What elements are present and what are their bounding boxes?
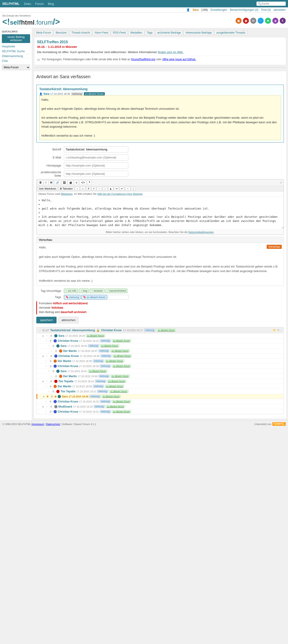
reply-badge[interactable]: zu diesem forum	[110, 349, 130, 352]
reply-user-link[interactable]: Christian Kruse	[58, 410, 78, 413]
row-star[interactable]: ☆	[45, 359, 47, 363]
github-issue-link[interactable]: öffne eine Issue auf Github.	[162, 58, 196, 61]
reply-badge[interactable]: zu diesem forum	[105, 385, 124, 388]
forum-email-link[interactable]: forum@selfhtml.org	[131, 58, 155, 61]
sidebar-forum-dropdown[interactable]: Meta-Forum	[2, 65, 30, 70]
footer-datenschutz-link[interactable]: Datenschutz	[46, 423, 60, 426]
row-star[interactable]: ☆	[45, 364, 47, 368]
reply-badge[interactable]: zu diesem forum	[112, 400, 131, 403]
reply-user-link[interactable]: MudGuard	[58, 405, 72, 408]
settings-link[interactable]: Einstellungen	[211, 8, 227, 12]
reply-badge[interactable]: zu diesem forum	[107, 380, 126, 383]
row-star[interactable]: ☆	[45, 380, 48, 383]
dash-btn[interactable]: –	[75, 187, 79, 190]
thread-badge-forum-link[interactable]: zu diesem forum	[157, 329, 176, 332]
reply-user-link[interactable]: Der Martin	[58, 360, 71, 363]
nav-forum[interactable]: Forum	[35, 2, 44, 6]
notifications-link[interactable]: Benachrichtigungen (0)	[230, 8, 258, 12]
logout-link[interactable]: abmelden	[274, 8, 286, 12]
social-icon-purple[interactable]: ◈	[272, 18, 278, 24]
user-name-link[interactable]: Sara	[193, 8, 199, 12]
post-link[interactable]: Post (0)	[261, 8, 271, 12]
toolbar-table[interactable]: ▦	[68, 180, 73, 185]
arrow-right-btn[interactable]: →	[97, 187, 102, 190]
arrow-up-btn[interactable]: ↑	[103, 187, 107, 190]
current-tag-meinung[interactable]: 🔖 meinung	[64, 295, 80, 300]
thread-star[interactable]: ☆	[38, 328, 41, 332]
problem-input[interactable]	[64, 171, 128, 177]
subject-input[interactable]	[64, 146, 128, 152]
reply-user-link[interactable]: Christian Kruse	[58, 339, 78, 342]
reply-badge[interactable]: zu diesem forum	[100, 344, 119, 347]
sidebar-item-zitate[interactable]: Zitatensammlung	[2, 54, 30, 58]
new-post-button[interactable]: neuen Beitrag verfassen	[2, 34, 30, 43]
reply-badge[interactable]: zu diesem forum	[105, 360, 124, 362]
email-input[interactable]	[64, 154, 128, 160]
tag-browser[interactable]: ✓ browser	[90, 289, 104, 293]
markdown-link[interactable]: Markdown	[61, 192, 73, 195]
policy-hoeflich-link[interactable]: höflich und wertschätzend	[53, 302, 88, 305]
triangle-btn[interactable]: ▲	[108, 187, 113, 190]
reply-badge[interactable]: zu diesem forum	[112, 354, 132, 358]
current-tag-forum[interactable]: 🔖 zu diesem forum	[81, 295, 107, 300]
reply-badge[interactable]: zu diesem forum	[110, 375, 130, 378]
sidebar-item-hauptseite[interactable]: Hauptseite	[2, 44, 30, 49]
tab-benutzer[interactable]: Benutzer	[53, 30, 69, 35]
double-arrow-btn[interactable]: ⇒	[114, 187, 119, 191]
hash-btn[interactable]: #	[86, 187, 91, 190]
reply-badge[interactable]: zu diesem forum	[112, 339, 131, 342]
reply-badge[interactable]: zu diesem forum	[86, 334, 105, 337]
toolbar-quote[interactable]: ❝	[87, 180, 92, 185]
toolbar-bold[interactable]: B	[38, 180, 43, 185]
tab-archiv[interactable]: archivierte Beiträge	[155, 30, 183, 35]
reply-badge[interactable]: zu diesem forum	[112, 364, 131, 368]
close-icon[interactable]: ✕	[277, 329, 280, 332]
toolbar-italic[interactable]: I	[44, 180, 48, 185]
reply-user-link[interactable]: Sara	[58, 334, 64, 338]
thread-title-link[interactable]: Tastaturkürzel: Ideensammlung	[50, 328, 95, 332]
row-star[interactable]: ☆	[47, 370, 50, 373]
formatting-help-link[interactable]: Hilfe bei der Formatierung Ihrer Beiträg…	[97, 192, 143, 195]
row-star[interactable]: ☆	[47, 390, 50, 393]
row-star[interactable]: ☆	[50, 374, 53, 378]
row-star[interactable]: ☆	[47, 344, 50, 348]
tab-interessant[interactable]: Interessante Beiträge	[183, 30, 214, 35]
announcement-wiki-link[interactable]: finden sich im Wiki.	[158, 50, 183, 54]
quote-user-link[interactable]: Sara	[43, 92, 49, 96]
cancel-button[interactable]: abbrechen	[58, 317, 78, 324]
dropzone[interactable]: Bilder hierher ziehen oder klicken, um s…	[36, 229, 284, 234]
quote-title-link[interactable]: Tastaturkürzel: Ideensammlung	[39, 87, 88, 91]
lr-arrow-btn[interactable]: ↔	[125, 187, 130, 190]
reply-user-link[interactable]: Christian Kruse	[58, 364, 78, 368]
reply-badge[interactable]: zu diesem forum	[112, 410, 131, 413]
return-btn[interactable]: ↩	[119, 187, 124, 191]
reply-user-link[interactable]: Der Martin	[63, 375, 77, 378]
policy-vollzitate-link[interactable]: Vollzitate	[51, 306, 63, 309]
times-btn[interactable]: ×	[91, 187, 96, 190]
expand-icon[interactable]: ⤢	[280, 181, 282, 184]
toolbar-list[interactable]: ≡	[74, 180, 79, 185]
row-star[interactable]: ☆	[45, 354, 48, 358]
tag-barrierefreiheit[interactable]: ✓ barrierefreiheit	[105, 289, 128, 293]
reply-user-link[interactable]: Christian Kruse	[58, 354, 79, 358]
reply-badge[interactable]: zu diesem forum	[109, 390, 128, 393]
policy-archiv-link[interactable]: dauerhaft archiviert	[61, 310, 86, 314]
row-star[interactable]: ☆	[45, 334, 48, 338]
rss-icon-2[interactable]: ◉	[243, 18, 249, 24]
row-star[interactable]: ☆	[45, 384, 47, 388]
reply-user-link[interactable]: Der Martin	[58, 385, 71, 388]
reply-user-link[interactable]: Sara	[60, 344, 66, 348]
nav-doku[interactable]: Doku	[24, 2, 31, 6]
sidebar-item-chat[interactable]: Chat	[2, 58, 30, 63]
archive-icon[interactable]: 📁	[273, 329, 276, 332]
reply-user-link[interactable]: Sara	[60, 370, 66, 373]
reply-badge[interactable]: zu diesem forum	[106, 405, 125, 408]
arrow-down-icon[interactable]: ↓	[281, 329, 282, 332]
row-star[interactable]: ☆	[50, 349, 53, 352]
tab-rss-feed[interactable]: RSS-Feed	[111, 30, 128, 35]
tab-ausgeblendet[interactable]: ausgeblendete Threads	[214, 30, 247, 35]
toolbar-code[interactable]: </>	[79, 180, 86, 185]
toolbar-heading[interactable]: H	[49, 180, 54, 185]
quote-badge-forum-link[interactable]: zu diesem forum	[84, 92, 105, 96]
row-star[interactable]: ★	[46, 395, 49, 398]
